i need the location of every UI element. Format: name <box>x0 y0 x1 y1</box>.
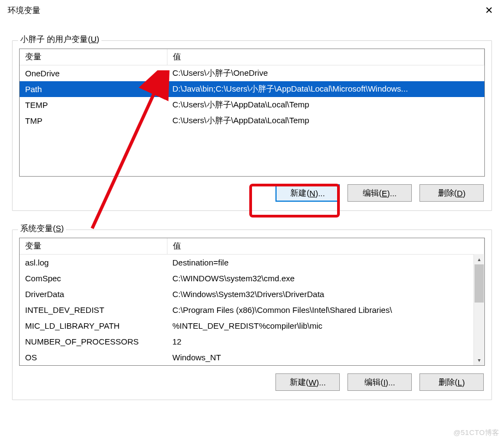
system-edit-button[interactable]: 编辑(I)... <box>347 373 412 391</box>
table-row[interactable]: TMPC:\Users\小胖子\AppData\Local\Temp <box>20 113 484 129</box>
system-delete-button[interactable]: 删除(L) <box>419 373 484 391</box>
table-row[interactable]: OneDriveC:\Users\小胖子\OneDrive <box>20 65 484 81</box>
cell-value: C:\Users\小胖子\OneDrive <box>167 68 484 78</box>
header-variable[interactable]: 变量 <box>20 49 167 65</box>
cell-variable: OneDrive <box>20 69 167 78</box>
scroll-down-icon[interactable]: ▾ <box>474 355 484 365</box>
cell-value: C:\Users\小胖子\AppData\Local\Temp <box>167 116 484 126</box>
header-variable[interactable]: 变量 <box>20 238 167 254</box>
cell-value: 12 <box>167 337 474 346</box>
cell-value: D:\Java\bin;C:\Users\小胖子\AppData\Local\M… <box>167 84 484 94</box>
cell-variable: TMP <box>20 116 167 125</box>
table-row[interactable]: MIC_LD_LIBRARY_PATH%INTEL_DEV_REDIST%com… <box>20 318 474 334</box>
user-edit-button[interactable]: 编辑(E)... <box>347 184 412 202</box>
scrollbar[interactable]: ▴ ▾ <box>473 254 484 365</box>
list-header[interactable]: 变量 值 <box>20 49 484 65</box>
cell-variable: MIC_LD_LIBRARY_PATH <box>20 321 167 330</box>
table-row[interactable]: TEMPC:\Users\小胖子\AppData\Local\Temp <box>20 97 484 113</box>
table-row[interactable]: PathD:\Java\bin;C:\Users\小胖子\AppData\Loc… <box>20 81 484 97</box>
system-variables-list[interactable]: 变量 值 asl.logDestination=fileComSpecC:\WI… <box>19 238 485 366</box>
user-delete-button[interactable]: 删除(D) <box>419 184 484 202</box>
header-value[interactable]: 值 <box>167 49 484 65</box>
cell-value: %INTEL_DEV_REDIST%compiler\lib\mic <box>167 321 474 330</box>
cell-variable: OS <box>20 353 167 362</box>
user-variables-list[interactable]: 变量 值 OneDriveC:\Users\小胖子\OneDrivePathD:… <box>19 49 485 177</box>
table-row[interactable]: ComSpecC:\WINDOWS\system32\cmd.exe <box>20 270 474 286</box>
table-row[interactable]: asl.logDestination=file <box>20 255 474 270</box>
cell-variable: TEMP <box>20 100 167 110</box>
cell-value: C:\Windows\System32\Drivers\DriverData <box>167 289 474 299</box>
scroll-up-icon[interactable]: ▴ <box>474 254 484 264</box>
system-new-button[interactable]: 新建(W)... <box>275 373 340 391</box>
table-row[interactable]: DriverDataC:\Windows\System32\Drivers\Dr… <box>20 286 474 302</box>
user-new-button[interactable]: 新建(N)... <box>275 184 340 202</box>
dialog-content: 小胖子 的用户变量(U) 变量 值 OneDriveC:\Users\小胖子\O… <box>0 21 504 402</box>
system-variables-group: 系统变量(S) 变量 值 asl.logDestination=fileComS… <box>12 229 492 400</box>
cell-variable: Path <box>20 84 167 94</box>
user-button-row: 新建(N)... 编辑(E)... 删除(D) <box>19 184 485 202</box>
table-row[interactable]: NUMBER_OF_PROCESSORS12 <box>20 334 474 349</box>
system-group-label: 系统变量(S) <box>18 223 66 234</box>
cell-value: C:\Users\小胖子\AppData\Local\Temp <box>167 100 484 110</box>
close-icon[interactable]: ✕ <box>480 4 497 16</box>
cell-value: Destination=file <box>167 258 474 267</box>
header-value[interactable]: 值 <box>167 238 484 254</box>
watermark: @51CTO博客 <box>453 428 500 438</box>
cell-variable: asl.log <box>20 258 167 267</box>
cell-variable: INTEL_DEV_REDIST <box>20 305 167 315</box>
system-button-row: 新建(W)... 编辑(I)... 删除(L) <box>19 373 485 391</box>
table-row[interactable]: INTEL_DEV_REDISTC:\Program Files (x86)\C… <box>20 302 474 318</box>
titlebar: 环境变量 ✕ <box>0 0 504 21</box>
user-group-label: 小胖子 的用户变量(U) <box>18 34 101 45</box>
cell-variable: DriverData <box>20 289 167 299</box>
cell-value: Windows_NT <box>167 353 474 362</box>
cell-variable: ComSpec <box>20 274 167 283</box>
list-header[interactable]: 变量 值 <box>20 238 484 255</box>
cell-variable: NUMBER_OF_PROCESSORS <box>20 337 167 346</box>
cell-value: C:\Program Files (x86)\Common Files\Inte… <box>167 305 474 315</box>
table-row[interactable]: OSWindows_NT <box>20 349 474 365</box>
user-variables-group: 小胖子 的用户变量(U) 变量 值 OneDriveC:\Users\小胖子\O… <box>12 40 492 211</box>
scroll-thumb[interactable] <box>475 264 484 303</box>
cell-value: C:\WINDOWS\system32\cmd.exe <box>167 274 474 283</box>
window-title: 环境变量 <box>8 5 40 16</box>
